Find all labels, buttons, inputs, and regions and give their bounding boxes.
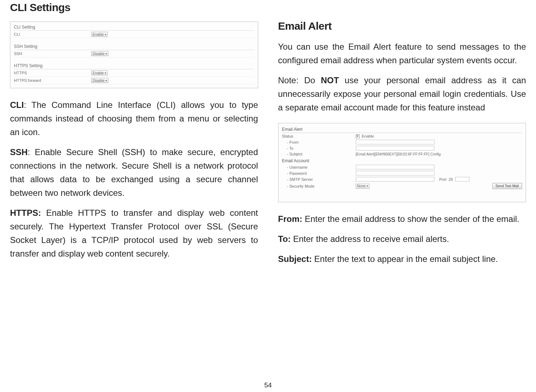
smtp-input[interactable] bbox=[356, 177, 434, 182]
security-select[interactable]: None ▾ bbox=[356, 184, 370, 189]
ssh-select[interactable]: Disable ▾ bbox=[91, 51, 108, 56]
from-input[interactable] bbox=[356, 140, 434, 144]
https-forward-select-value: Disable bbox=[93, 79, 104, 83]
email-alert-heading: Email Alert bbox=[278, 20, 526, 32]
email-alert-intro: You can use the Email Alert feature to s… bbox=[278, 40, 526, 67]
status-label: Status bbox=[282, 134, 354, 138]
cli-paragraph: CLI: The Command Line Interface (CLI) al… bbox=[10, 98, 258, 139]
from-bold: From: bbox=[278, 214, 303, 224]
email-alert-figure: Email Alert Status ✕ Enable - From - To bbox=[278, 123, 526, 202]
cli-select-value: Enable bbox=[93, 33, 104, 36]
chevron-down-icon: ▾ bbox=[105, 52, 107, 55]
to-bold: To: bbox=[278, 234, 291, 244]
https-forward-select[interactable]: Disable ▾ bbox=[91, 78, 108, 83]
username-label: - Username bbox=[282, 165, 354, 169]
ssh-row-label: SSH bbox=[14, 51, 89, 56]
https-forward-row-label: HTTPS forward bbox=[14, 78, 89, 83]
smtp-label: - SMTP Server bbox=[282, 177, 354, 182]
port-label: Port bbox=[439, 177, 447, 182]
https-bold: HTTPS: bbox=[10, 208, 41, 218]
to-text: Enter the address to receive email alert… bbox=[291, 234, 449, 244]
password-label: - Password bbox=[282, 171, 354, 175]
to-label: - To bbox=[282, 146, 354, 150]
note-pre: Note: Do bbox=[278, 75, 321, 85]
port-value: 25 bbox=[449, 177, 453, 182]
chevron-down-icon: ▾ bbox=[105, 79, 107, 82]
https-select-value: Enable bbox=[93, 71, 104, 75]
security-label: - Security Mode bbox=[282, 184, 354, 188]
from-description: From: Enter the email address to show th… bbox=[278, 212, 526, 226]
cli-settings-figure: CLI Setting CLI Enable ▾ SSH Setting SSH… bbox=[10, 21, 258, 88]
subject-bold: Subject: bbox=[278, 254, 312, 264]
cli-text: : The Command Line Interface (CLI) allow… bbox=[10, 100, 258, 137]
from-text: Enter the email address to show the send… bbox=[303, 214, 520, 224]
password-input[interactable] bbox=[356, 171, 434, 175]
chevron-down-icon: ▾ bbox=[105, 33, 106, 36]
email-account-section-title: Email Account bbox=[282, 157, 522, 164]
cli-select[interactable]: Enable ▾ bbox=[91, 32, 108, 37]
note-bold: NOT bbox=[321, 75, 339, 85]
subject-text: Enter the text to appear in the email su… bbox=[312, 254, 498, 264]
enable-label: Enable bbox=[362, 134, 374, 138]
send-test-mail-button[interactable]: Send Test Mail bbox=[492, 183, 522, 189]
page-number: 54 bbox=[264, 381, 272, 389]
cli-row-label: CLI bbox=[14, 32, 89, 36]
https-section-title: HTTPS Setting bbox=[14, 62, 254, 69]
security-select-value: None bbox=[357, 184, 366, 188]
https-row-label: HTTPS bbox=[14, 71, 89, 75]
ssh-paragraph: SSH: Enable Secure Shell (SSH) to make s… bbox=[10, 145, 258, 200]
to-description: To: Enter the address to receive email a… bbox=[278, 232, 526, 246]
port-input[interactable] bbox=[455, 177, 469, 182]
ssh-section-title: SSH Setting bbox=[14, 43, 254, 50]
subject-label: - Subject bbox=[282, 152, 354, 156]
https-select[interactable]: Enable ▾ bbox=[91, 70, 108, 75]
from-label: - From bbox=[282, 140, 354, 144]
email-alert-note: Note: Do NOT use your personal email add… bbox=[278, 74, 526, 114]
username-input[interactable] bbox=[356, 165, 434, 169]
email-alert-section-title: Email Alert bbox=[282, 125, 522, 133]
chevron-down-icon: ▾ bbox=[367, 184, 368, 188]
subject-description: Subject: Enter the text to appear in the… bbox=[278, 252, 526, 266]
ssh-bold: SSH bbox=[10, 147, 28, 157]
ssh-text: : Enable Secure Shell (SSH) to make secu… bbox=[10, 147, 258, 198]
subject-value: [Email Alert][ENH900EXT][00:02:6F:FF:FF:… bbox=[356, 152, 441, 156]
https-text: Enable HTTPS to transfer and display web… bbox=[10, 208, 258, 258]
to-input[interactable] bbox=[356, 146, 434, 150]
https-paragraph: HTTPS: Enable HTTPS to transfer and disp… bbox=[10, 206, 258, 260]
cli-bold: CLI bbox=[10, 100, 24, 110]
chevron-down-icon: ▾ bbox=[105, 71, 106, 75]
enable-checkbox[interactable]: ✕ bbox=[356, 134, 360, 138]
cli-settings-heading: CLI Settings bbox=[10, 1, 258, 14]
ssh-select-value: Disable bbox=[93, 52, 104, 56]
cli-section-title: CLI Setting bbox=[14, 23, 254, 31]
